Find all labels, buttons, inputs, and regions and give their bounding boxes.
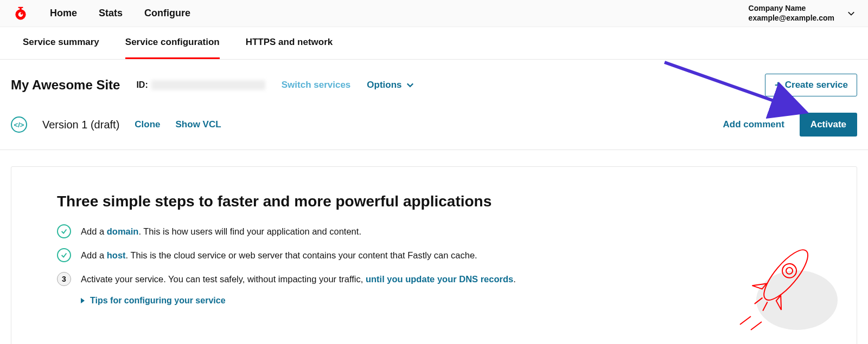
nav-configure[interactable]: Configure (144, 8, 190, 19)
plus-icon (774, 81, 782, 89)
account-menu[interactable]: Company Name example@example.com (749, 4, 855, 23)
create-service-label: Create service (785, 80, 848, 90)
tips-link[interactable]: Tips for configuring your service (81, 296, 811, 306)
code-icon: </> (11, 116, 27, 133)
create-service-button[interactable]: Create service (765, 74, 857, 96)
account-text: Company Name example@example.com (749, 4, 834, 23)
nav-stats[interactable]: Stats (99, 8, 123, 19)
service-subtabs: Service summary Service configuration HT… (0, 27, 868, 60)
version-left: </> Version 1 (draft) Clone Show VCL (11, 116, 221, 133)
check-icon (57, 248, 71, 262)
clone-link[interactable]: Clone (135, 119, 160, 130)
show-vcl-link[interactable]: Show VCL (176, 119, 221, 130)
step-2: Add a host. This is the cloud service or… (57, 248, 811, 262)
step-1-prefix: Add a (81, 226, 107, 236)
svg-rect-4 (18, 7, 23, 8)
step-2-prefix: Add a (81, 250, 107, 260)
chevron-down-icon (406, 81, 414, 89)
service-id-value-obscured (151, 80, 265, 90)
check-icon (57, 224, 71, 238)
brand-logo-icon[interactable] (13, 6, 28, 21)
version-label: Version 1 (draft) (42, 119, 119, 131)
rocket-illustration-icon (721, 230, 840, 333)
triangle-right-icon (81, 298, 85, 303)
step-3: 3 Activate your service. You can test sa… (57, 272, 811, 286)
options-dropdown[interactable]: Options (367, 80, 413, 90)
tips-label: Tips for configuring your service (90, 296, 226, 306)
service-header-left: My Awesome Site ID: Switch services Opti… (11, 77, 414, 93)
host-link[interactable]: host (107, 250, 126, 260)
tab-service-summary[interactable]: Service summary (23, 27, 99, 59)
step-2-suffix: . This is the cloud service or web serve… (126, 250, 477, 260)
add-comment-link[interactable]: Add comment (723, 119, 784, 130)
tab-service-configuration[interactable]: Service configuration (125, 27, 220, 59)
version-right: Add comment Activate (723, 113, 857, 137)
step-1-text: Add a domain. This is how users will fin… (81, 226, 361, 237)
top-nav-left: Home Stats Configure (13, 6, 190, 21)
account-company: Company Name (749, 4, 834, 14)
panel-title: Three simple steps to faster and more po… (57, 193, 811, 210)
service-name: My Awesome Site (11, 77, 120, 93)
dns-records-link[interactable]: until you update your DNS records (366, 274, 513, 284)
switch-services-link[interactable]: Switch services (282, 80, 351, 90)
step-1: Add a domain. This is how users will fin… (57, 224, 811, 238)
svg-point-2 (21, 12, 23, 14)
top-nav: Home Stats Configure Company Name exampl… (0, 0, 868, 27)
service-id-label: ID: (136, 80, 148, 90)
options-label: Options (367, 80, 401, 90)
service-header: My Awesome Site ID: Switch services Opti… (0, 60, 868, 103)
step-3-suffix: . (513, 274, 516, 284)
activate-button[interactable]: Activate (800, 113, 857, 137)
tab-https-network[interactable]: HTTPS and network (246, 27, 333, 59)
chevron-down-icon (847, 10, 855, 17)
service-id: ID: (136, 80, 265, 90)
account-email: example@example.com (749, 14, 834, 23)
step-number-3: 3 (57, 272, 71, 286)
domain-link[interactable]: domain (107, 226, 139, 236)
onboarding-panel: Three simple steps to faster and more po… (11, 166, 857, 344)
nav-home[interactable]: Home (50, 8, 77, 19)
step-3-text: Activate your service. You can test safe… (81, 274, 516, 284)
step-1-suffix: . This is how users will find your appli… (138, 226, 361, 236)
version-row: </> Version 1 (draft) Clone Show VCL Add… (0, 103, 868, 150)
step-3-prefix: Activate your service. You can test safe… (81, 274, 366, 284)
step-2-text: Add a host. This is the cloud service or… (81, 250, 477, 261)
